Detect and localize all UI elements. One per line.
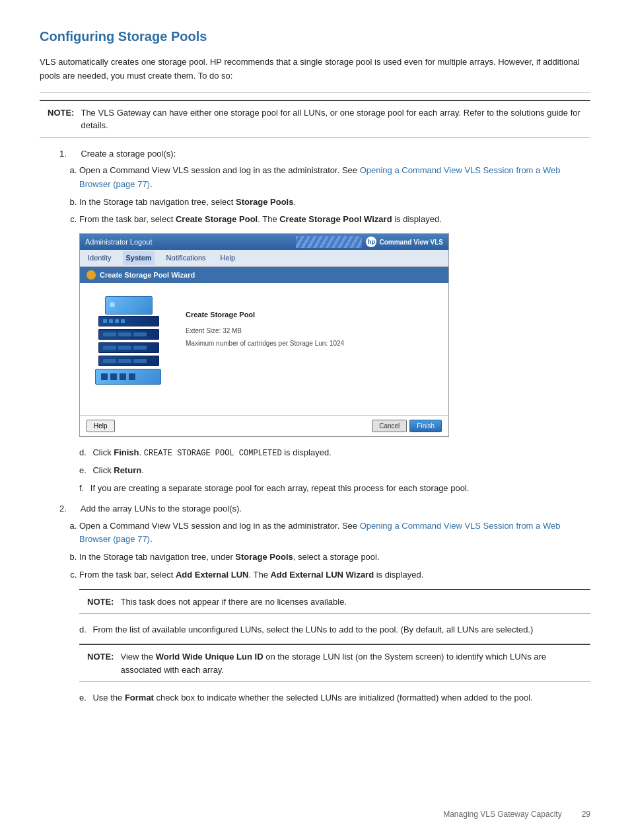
sub-list-2c: e. Use the Format check box to indicate …	[79, 691, 590, 705]
step-2a-text: Open a Command View VLS session and log …	[79, 521, 360, 531]
step-1c: From the task bar, select Create Storage…	[79, 213, 590, 227]
note-label-1: NOTE:	[48, 106, 74, 120]
item1-text: Create a storage pool(s):	[81, 149, 176, 159]
step-1e-label: e.	[79, 465, 87, 475]
step-2d-text: From the list of available unconfigured …	[92, 625, 533, 634]
ss-help-button[interactable]: Help	[87, 420, 115, 432]
ss-nav-system[interactable]: System	[123, 251, 154, 265]
list-item-1: 1. Create a storage pool(s): Open a Comm…	[59, 147, 590, 496]
step-2b-text: In the Storage tab navigation tree, unde…	[79, 552, 380, 562]
storage-illustration	[93, 296, 166, 389]
page-title: Configuring Storage Pools	[40, 26, 590, 46]
step-1d-text: Click Finish. CREATE STORAGE POOL COMPLE…	[92, 447, 331, 457]
intro-text: VLS automatically creates one storage po…	[40, 56, 590, 83]
step-1e-bold: Return	[114, 465, 141, 475]
footer-right: 29	[582, 808, 590, 820]
note-box-2: NOTE: This task does not appear if there…	[79, 589, 590, 615]
ss-cancel-button[interactable]: Cancel	[372, 420, 407, 432]
step-1b-bold: Storage Pools	[236, 197, 293, 207]
step-1e-text: Click Return.	[92, 465, 143, 475]
step-1c-bold2: Create Storage Pool Wizard	[279, 214, 392, 224]
ss-image-area	[87, 289, 172, 395]
sub-list-2b: d. From the list of available unconfigur…	[79, 623, 590, 637]
divider-1	[40, 93, 590, 93]
note-text-3: View the World Wide Unique Lun ID on the…	[120, 650, 582, 676]
sub-list-1b: d. Click Finish. CREATE STORAGE POOL COM…	[79, 446, 590, 496]
step-2e-bold: Format	[125, 693, 154, 703]
step-1c-text: From the task bar, select Create Storage…	[79, 214, 442, 224]
note-text-1: The VLS Gateway can have either one stor…	[81, 106, 582, 132]
ss-wizard-title: Create Storage Pool Wizard	[100, 270, 195, 281]
step-2c-bold2: Add External LUN Wizard	[270, 570, 374, 580]
step-2c-text: From the task bar, select Add External L…	[79, 570, 423, 580]
screenshot-container: Administrator Logout hp Command View VLS…	[79, 233, 449, 437]
ss-hp-text: Command View VLS	[379, 237, 443, 247]
step-2c-bold1: Add External LUN	[176, 570, 249, 580]
list-item-2: 2. Add the array LUNs to the storage poo…	[59, 502, 590, 705]
ss-nav-notifications[interactable]: Notifications	[164, 251, 209, 265]
note-box-1: NOTE: The VLS Gateway can have either on…	[40, 100, 590, 138]
ss-hp-logo: hp Command View VLS	[366, 237, 443, 247]
wizard-icon	[87, 270, 96, 280]
step-2d-label: d.	[79, 625, 87, 634]
step-2a: Open a Command View VLS session and log …	[79, 519, 590, 547]
note3-bold: World Wide Unique Lun ID	[156, 652, 263, 662]
note-label-2: NOTE:	[87, 595, 114, 609]
step-1f-text: If you are creating a separate storage p…	[90, 483, 470, 493]
ss-titlebar-text: Administrator Logout	[85, 237, 153, 248]
step-1c-bold1: Create Storage Pool	[176, 214, 258, 224]
step-1f: f. If you are creating a separate storag…	[79, 482, 590, 496]
item2-text: Add the array LUNs to the storage pool(s…	[81, 504, 242, 514]
step-2e-label: e.	[79, 693, 87, 703]
step-1d-label: d.	[79, 447, 87, 457]
step-1d-bold: Finish	[114, 447, 139, 457]
step-2d: d. From the list of available unconfigur…	[79, 623, 590, 637]
ss-field2: Maximum number of cartridges per Storage…	[186, 338, 442, 348]
step-1a: Open a Command View VLS session and log …	[79, 164, 590, 192]
step-1f-label: f.	[79, 483, 84, 493]
step-2c: From the task bar, select Add External L…	[79, 568, 590, 582]
step-1d-mono: CREATE STORAGE POOL COMPLETED	[144, 449, 282, 458]
step-2a-after: .	[150, 534, 153, 544]
ss-field1: Extent Size: 32 MB	[186, 326, 442, 336]
note-box-3: NOTE: View the World Wide Unique Lun ID …	[79, 644, 590, 682]
note-text-2: This task does not appear if there are n…	[120, 595, 347, 609]
step-1a-text: Open a Command View VLS session and log …	[79, 165, 360, 175]
step-2b-bold: Storage Pools	[235, 552, 293, 562]
step-1b-text: In the Storage tab navigation tree, sele…	[79, 197, 296, 207]
step-1e: e. Click Return.	[79, 464, 590, 478]
ss-body: Create Storage Pool Extent Size: 32 MB M…	[80, 283, 448, 415]
step-2e: e. Use the Format check box to indicate …	[79, 691, 590, 705]
note-label-3: NOTE:	[87, 650, 114, 664]
step-1b: In the Storage tab navigation tree, sele…	[79, 196, 590, 210]
ss-footer: Help Cancel Finish	[80, 415, 448, 436]
ss-nav-help[interactable]: Help	[218, 251, 238, 265]
footer-left: Managing VLS Gateway Capacity	[443, 808, 561, 820]
sub-list-2: Open a Command View VLS session and log …	[79, 519, 590, 582]
ss-wizard-bar: Create Storage Pool Wizard	[80, 267, 448, 284]
step-1d: d. Click Finish. CREATE STORAGE POOL COM…	[79, 446, 590, 460]
hp-icon: hp	[366, 237, 376, 247]
ss-nav-identity[interactable]: Identity	[85, 251, 114, 265]
ss-nav[interactable]: Identity System Notifications Help	[80, 250, 448, 267]
ss-titlebar: Administrator Logout hp Command View VLS	[80, 234, 448, 250]
step-2b: In the Storage tab navigation tree, unde…	[79, 551, 590, 564]
ss-content-title: Create Storage Pool	[186, 309, 442, 321]
sub-list-1: Open a Command View VLS session and log …	[79, 164, 590, 227]
ss-finish-button[interactable]: Finish	[409, 420, 442, 432]
ss-btn-group: Cancel Finish	[372, 420, 442, 432]
step-1a-after: .	[150, 179, 153, 189]
ss-content: Create Storage Pool Extent Size: 32 MB M…	[186, 289, 442, 351]
item1-label: 1.	[59, 149, 67, 159]
step-2e-text: Use the Format check box to indicate whe…	[92, 693, 532, 703]
item2-label: 2.	[59, 504, 67, 514]
main-list: 1. Create a storage pool(s): Open a Comm…	[59, 147, 590, 705]
